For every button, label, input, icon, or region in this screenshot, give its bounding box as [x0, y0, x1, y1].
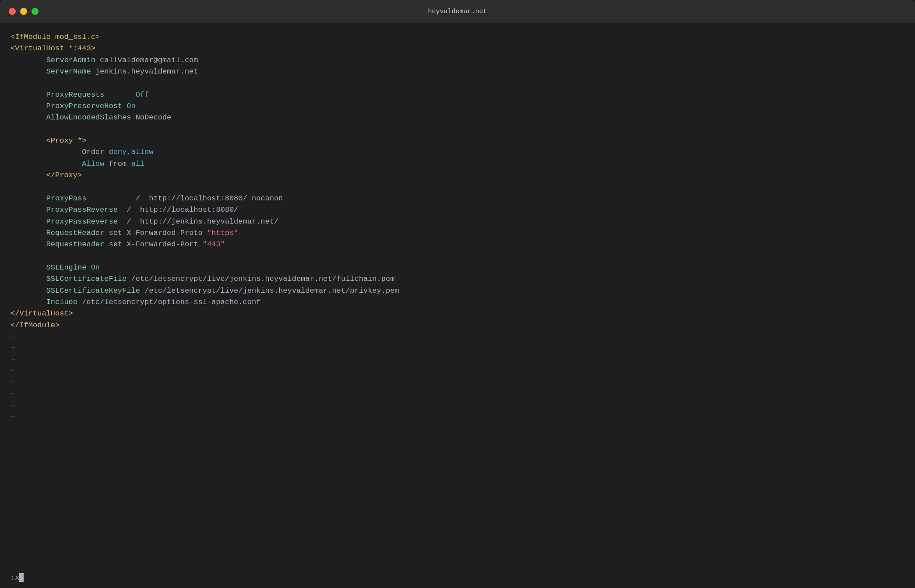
window-title: heyvaldemar.net: [428, 8, 487, 15]
code-line: ProxyPassReverse / http://localhost:8080…: [11, 204, 904, 216]
tilde-line: ~: [11, 366, 904, 377]
code-line: [11, 77, 904, 89]
tilde-line: ~: [11, 400, 904, 412]
tilde-line: ~: [11, 412, 904, 423]
code-line: AllowEncodedSlashes NoDecode: [11, 112, 904, 123]
code-line: ProxyRequests Off: [11, 89, 904, 101]
code-line: Include /etc/letsencrypt/options-ssl-apa…: [11, 297, 904, 308]
code-line: SSLCertificateKeyFile /etc/letsencrypt/l…: [11, 285, 904, 297]
code-line: Allow from all: [11, 158, 904, 170]
maximize-button[interactable]: [32, 8, 39, 15]
code-line: ServerName jenkins.heyvaldemar.net: [11, 66, 904, 77]
code-line: SSLEngine On: [11, 262, 904, 273]
code-line: ProxyPassReverse / http://jenkins.heyval…: [11, 216, 904, 228]
code-line: ProxyPass / http://localhost:8080/ nocan…: [11, 193, 904, 204]
tilde-lines: ~~~~~~~~: [11, 331, 904, 424]
minimize-button[interactable]: [20, 8, 27, 15]
code-block: <IfModule mod_ssl.c><VirtualHost *:443> …: [11, 32, 904, 331]
code-line: [11, 181, 904, 192]
tilde-line: ~: [11, 354, 904, 366]
status-bar: :x: [0, 567, 915, 588]
tilde-line: ~: [11, 331, 904, 343]
code-line: Order deny,allow: [11, 147, 904, 158]
code-line: [11, 251, 904, 262]
terminal-content: <IfModule mod_ssl.c><VirtualHost *:443> …: [0, 23, 915, 567]
code-line: SSLCertificateFile /etc/letsencrypt/live…: [11, 273, 904, 285]
command-prompt[interactable]: :x: [11, 573, 24, 582]
code-line: [11, 124, 904, 135]
code-line: ProxyPreserveHost On: [11, 101, 904, 112]
code-line: RequestHeader set X-Forwarded-Proto "htt…: [11, 228, 904, 239]
traffic-lights: [9, 8, 39, 15]
code-line: <Proxy *>: [11, 135, 904, 147]
close-button[interactable]: [9, 8, 16, 15]
terminal-window: heyvaldemar.net <IfModule mod_ssl.c><Vir…: [0, 0, 915, 588]
code-line: </IfModule>: [11, 320, 904, 331]
code-line: ServerAdmin callvaldemar@gmail.com: [11, 55, 904, 66]
code-line: RequestHeader set X-Forwarded-Port "443": [11, 239, 904, 250]
title-bar: heyvaldemar.net: [0, 0, 915, 23]
code-line: <IfModule mod_ssl.c>: [11, 32, 904, 43]
code-line: </VirtualHost>: [11, 308, 904, 319]
tilde-line: ~: [11, 343, 904, 354]
code-line: <VirtualHost *:443>: [11, 43, 904, 54]
code-line: </Proxy>: [11, 170, 904, 181]
tilde-line: ~: [11, 389, 904, 400]
tilde-line: ~: [11, 377, 904, 388]
